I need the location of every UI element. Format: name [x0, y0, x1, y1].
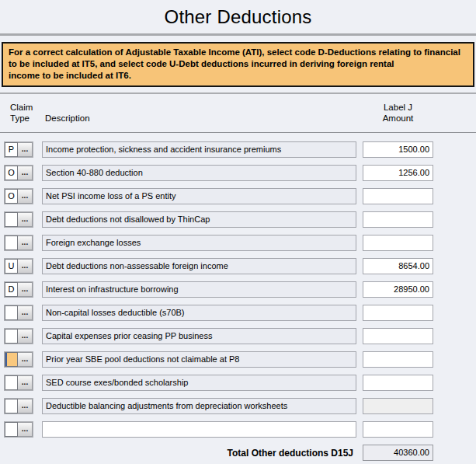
amount-field[interactable]: [363, 188, 433, 204]
ellipsis-icon: ...: [22, 331, 28, 340]
notice-line-2: to be included at IT5, and select code U…: [9, 58, 467, 70]
page-title: Other Deductions: [0, 0, 476, 33]
header-underline: [0, 132, 476, 133]
description-field: Capital expenses prior ceasing PP busine…: [42, 328, 356, 344]
claim-type-lookup-button[interactable]: ...: [18, 329, 33, 344]
separator-top: [0, 33, 476, 36]
ellipsis-icon: ...: [22, 378, 28, 386]
claim-type-input[interactable]: [5, 235, 18, 250]
claim-type-widget: ...: [4, 305, 33, 321]
description-field: Prior year SBE pool deductions not claim…: [42, 351, 356, 368]
description-field: Debt deductions not disallowed by ThinCa…: [42, 211, 356, 228]
claim-type-input[interactable]: O: [5, 166, 18, 180]
table-row: O ... Section 40-880 deduction 1256.00: [4, 165, 433, 181]
claim-type-input[interactable]: [5, 212, 18, 227]
amount-field[interactable]: [363, 375, 433, 391]
table-row: ...: [4, 421, 433, 438]
ellipsis-icon: ...: [22, 145, 28, 153]
ellipsis-icon: ...: [22, 308, 28, 316]
claim-type-input[interactable]: P: [5, 142, 18, 157]
description-field: Section 40-880 deduction: [42, 165, 356, 181]
total-amount-field: 40360.00: [363, 445, 433, 461]
claim-type-widget: P ...: [4, 141, 33, 158]
ellipsis-icon: ...: [22, 238, 28, 246]
amount-field[interactable]: 28950.00: [363, 281, 433, 298]
claim-type-widget: D ...: [4, 281, 33, 298]
claim-type-widget: ...: [4, 421, 33, 438]
ellipsis-icon: ...: [22, 215, 28, 223]
claim-type-lookup-button[interactable]: ...: [18, 166, 33, 180]
table-row: P ... Income protection, sickness and ac…: [4, 141, 433, 158]
amount-field[interactable]: [363, 328, 433, 344]
amount-field: [363, 398, 433, 414]
table-row: O ... Net PSI income loss of a PS entity: [4, 188, 433, 204]
table-row: ... Debt deductions not disallowed by Th…: [4, 211, 433, 228]
amount-field[interactable]: [363, 305, 433, 321]
description-field: Non-capital losses deductible (s70B): [42, 305, 356, 321]
claim-type-lookup-button[interactable]: ...: [18, 235, 33, 250]
amount-field[interactable]: [363, 351, 433, 368]
description-field: Interest on infrastructure borrowing: [42, 281, 356, 298]
description-field: SED course exes/bonded scholarship: [42, 375, 356, 391]
table-row: ... Capital expenses prior ceasing PP bu…: [4, 328, 433, 344]
claim-type-lookup-button[interactable]: ...: [18, 142, 33, 157]
claim-type-lookup-button[interactable]: ...: [18, 259, 33, 274]
claim-type-widget: ...: [4, 211, 33, 228]
claim-type-lookup-button[interactable]: ...: [18, 212, 33, 227]
description-field[interactable]: [42, 421, 356, 438]
description-field: Deductible balancing adjustments from de…: [42, 398, 356, 414]
claim-type-input[interactable]: U: [5, 259, 18, 274]
description-field: Income protection, sickness and accident…: [42, 141, 356, 158]
amount-field[interactable]: [363, 235, 433, 251]
notice-box: For a correct calculation of Adjustable …: [2, 42, 474, 87]
header-description: Description: [42, 113, 363, 124]
ellipsis-icon: ...: [22, 168, 28, 176]
table-row: ... Foreign exchange losses: [4, 235, 433, 251]
claim-type-lookup-button[interactable]: ...: [18, 305, 33, 320]
claim-type-widget: ...: [4, 375, 33, 391]
amount-field[interactable]: 1256.00: [363, 165, 433, 181]
claim-type-input[interactable]: [5, 399, 18, 413]
claim-type-input[interactable]: D: [5, 282, 18, 297]
claim-type-lookup-button[interactable]: ...: [18, 422, 33, 437]
claim-type-widget: U ...: [4, 258, 33, 274]
table-row: ... Deductible balancing adjustments fro…: [4, 398, 433, 414]
notice-line-1: For a correct calculation of Adjustable …: [9, 47, 467, 58]
table-row: D ... Interest on infrastructure borrowi…: [4, 281, 433, 298]
claim-type-input[interactable]: [5, 329, 18, 344]
column-headers: Claim Type Description Label J Amount: [4, 102, 433, 124]
header-claim-line1: Claim: [10, 102, 42, 113]
claim-type-lookup-button[interactable]: ...: [18, 352, 33, 367]
claim-type-input[interactable]: [5, 305, 18, 320]
ellipsis-icon: ...: [22, 424, 28, 433]
ellipsis-icon: ...: [22, 354, 28, 363]
amount-field[interactable]: 1500.00: [363, 141, 433, 158]
total-row: Total Other deductions D15J 40360.00: [4, 445, 433, 461]
claim-type-input[interactable]: O: [5, 189, 18, 204]
ellipsis-icon: ...: [22, 284, 28, 293]
header-claim-type: Claim Type: [4, 102, 42, 124]
claim-type-lookup-button[interactable]: ...: [18, 375, 33, 390]
description-field: Foreign exchange losses: [42, 235, 356, 251]
description-field: Net PSI income loss of a PS entity: [42, 188, 356, 204]
table-row: ... Prior year SBE pool deductions not c…: [4, 351, 433, 368]
header-claim-line2: Type: [10, 113, 42, 124]
claim-type-widget: ...: [4, 398, 33, 414]
description-field: Debt deductions non-assessable foreign i…: [42, 258, 356, 274]
claim-type-lookup-button[interactable]: ...: [18, 399, 33, 413]
claim-type-input[interactable]: [5, 375, 18, 390]
claim-type-lookup-button[interactable]: ...: [18, 282, 33, 297]
table-row: ... Non-capital losses deductible (s70B): [4, 305, 433, 321]
claim-type-input[interactable]: [5, 352, 18, 367]
rows-container: P ... Income protection, sickness and ac…: [0, 141, 476, 438]
claim-type-lookup-button[interactable]: ...: [18, 189, 33, 204]
claim-type-input[interactable]: [5, 422, 18, 437]
amount-field[interactable]: [363, 421, 433, 438]
claim-type-widget: O ...: [4, 165, 33, 181]
claim-type-widget: ...: [4, 328, 33, 344]
header-amount-line1: Label J: [363, 102, 433, 113]
amount-field[interactable]: [363, 211, 433, 228]
ellipsis-icon: ...: [22, 401, 28, 410]
notice-line-3: income to be included at IT6.: [9, 70, 467, 82]
amount-field[interactable]: 8654.00: [363, 258, 433, 274]
